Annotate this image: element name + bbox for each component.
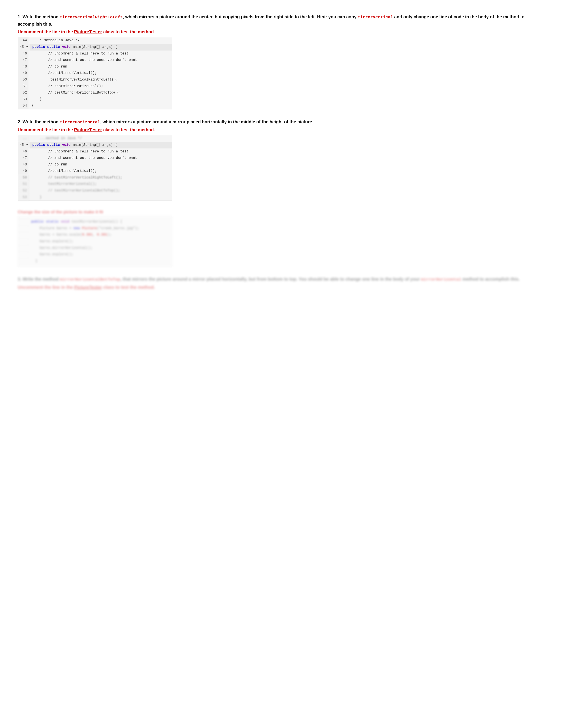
line-num-2-50: 50 xyxy=(18,174,29,181)
blurred-ln-2 xyxy=(18,225,29,226)
line-num-2-48: 48 xyxy=(18,161,29,168)
blurred-code-line-4: barns.explore(); xyxy=(18,238,172,245)
blurred-ln-3 xyxy=(18,232,29,233)
line-content-51: // testMirrorHorizontal(); xyxy=(29,83,105,90)
line-content-2-52: // testMirrorHorizontalBotToTop(); xyxy=(29,188,122,194)
code-line-2-53: 53 } xyxy=(18,194,172,201)
blurred-code-line-6: barns.explore(); xyxy=(18,251,172,258)
q2-prefix: 2. Write the method xyxy=(18,119,60,124)
line-content-49: //testMirrorVertical(); xyxy=(29,70,99,77)
q3-method-b: mirrorHorizontal xyxy=(421,277,461,282)
section-4-blurred: 3. Write the method mirrorHorizontalBotT… xyxy=(18,276,545,290)
line-num-49: 49 xyxy=(18,70,29,77)
q1-prefix: 1. Write the method xyxy=(18,14,60,19)
blurred-code-block: public static void testMirrorHorizontal(… xyxy=(18,216,172,267)
line-num-52: 52 xyxy=(18,90,29,96)
code-line-44: 44 * method in Java */ xyxy=(18,37,172,44)
code-line-2-52: 52 // testMirrorHorizontalBotToTop(); xyxy=(18,188,172,194)
line-num-2-53: 53 xyxy=(18,194,29,201)
section-2: 2. Write the method mirrorHorizontal, wh… xyxy=(18,118,545,201)
blurred-lc-1: public static void testMirrorHorizontal(… xyxy=(29,219,124,225)
line-content-2-46: // uncomment a call here to run a test xyxy=(29,148,131,155)
line-content-53: } xyxy=(29,96,44,103)
code-block-2: .. ...method in Java */ 45 ▾ public stat… xyxy=(18,135,172,201)
line-content-44: * method in Java */ xyxy=(29,37,82,44)
code-line-2-51: 51 testMirrorHorizontal(); xyxy=(18,181,172,188)
blurred-lc-6: barns.explore(); xyxy=(29,251,76,258)
blurred-lc-4: barns.explore(); xyxy=(29,238,76,245)
line-content-50: testMirrorVerticalRightToLeft(); xyxy=(29,77,120,83)
uncomment-3: Uncomment the line in the PictureTester … xyxy=(18,285,545,290)
code-line-2-49: 49 //testMirrorVertical(); xyxy=(18,168,172,174)
uncomment-2-prefix: Uncomment the line in the xyxy=(18,127,74,132)
line-num-45: 45 ▾ xyxy=(18,44,30,51)
section-3-blurred: Change the size of the picture to make i… xyxy=(18,210,172,267)
code-line-50: 50 testMirrorVerticalRightToLeft(); xyxy=(18,77,172,83)
line-num-48: 48 xyxy=(18,64,29,70)
blurred-ln-5 xyxy=(18,245,29,246)
line-num-2-top: .. xyxy=(18,135,29,142)
uncomment-3-pre: Uncomment the line in the xyxy=(18,285,74,290)
line-content-2-45: public static void main(String[] args) { xyxy=(30,142,119,148)
line-content-46: // uncomment a call here to run a test xyxy=(29,51,131,57)
code-line-2-47: 47 // and comment out the ones you don't… xyxy=(18,155,172,161)
code-block-1: 44 * method in Java */ 45 ▾ public stati… xyxy=(18,37,172,109)
q2-suffix: , which mirrors a picture around a mirro… xyxy=(100,119,313,124)
section-1: 1. Write the method mirrorVerticalRightT… xyxy=(18,13,545,109)
line-num-2-52: 52 xyxy=(18,188,29,194)
code-line-47: 47 // and comment out the ones you don't… xyxy=(18,57,172,64)
line-num-54: 54 xyxy=(18,103,29,109)
uncomment-2: Uncomment the line in the PictureTester … xyxy=(18,127,545,132)
blurred-code-line-5: barns.mirrorHorizontal(); xyxy=(18,245,172,251)
line-content-2-51: testMirrorHorizontal(); xyxy=(29,181,99,188)
line-num-2-51: 51 xyxy=(18,181,29,188)
code-line-51: 51 // testMirrorHorizontal(); xyxy=(18,83,172,90)
code-line-49: 49 //testMirrorVertical(); xyxy=(18,70,172,77)
line-content-54: } xyxy=(29,103,36,109)
picture-tester-link-1[interactable]: PictureTester xyxy=(74,29,102,34)
code-line-2-45: 45 ▾ public static void main(String[] ar… xyxy=(18,142,172,148)
blurred-code-line-7: } xyxy=(18,258,172,265)
picture-tester-link-2[interactable]: PictureTester xyxy=(74,127,102,132)
uncomment-1-prefix: Uncomment the line in the xyxy=(18,29,74,34)
blurred-ln-7 xyxy=(18,258,29,259)
blurred-ln-6 xyxy=(18,251,29,252)
code-line-53: 53 } xyxy=(18,96,172,103)
blurred-code-line-3: barns = barns.scale(0.381, 0.381); xyxy=(18,232,172,238)
uncomment-3-suf: class to test the method. xyxy=(102,285,155,290)
blurred-lc-5: barns.mirrorHorizontal(); xyxy=(29,245,95,251)
question-1-text: 1. Write the method mirrorVerticalRightT… xyxy=(18,13,545,28)
code-line-52: 52 // testMirrorHorizontalBotToTop(); xyxy=(18,90,172,96)
question-2-text: 2. Write the method mirrorHorizontal, wh… xyxy=(18,118,545,126)
code-line-2-50: 50 // testMirrorVerticalRightToLeft(); xyxy=(18,174,172,181)
line-content-48: // to run xyxy=(29,64,69,70)
q3-prefix: 3. Write the method xyxy=(18,277,60,281)
q3-text: 3. Write the method mirrorHorizontalBotT… xyxy=(18,276,545,283)
q1-method1b: mirrorVertical xyxy=(358,15,393,20)
line-num-50: 50 xyxy=(18,77,29,83)
code-line-54: 54 } xyxy=(18,103,172,109)
q1-method1: mirrorVerticalRightToLeft xyxy=(60,15,123,20)
q2-method: mirrorHorizontal xyxy=(60,120,100,125)
line-content-2-top: ...method in Java */ xyxy=(29,135,84,142)
blurred-code-line-1: public static void testMirrorHorizontal(… xyxy=(18,219,172,225)
q3-after: , that mirrors the picture around a mirr… xyxy=(120,277,421,281)
line-content-2-50: // testMirrorVerticalRightToLeft(); xyxy=(29,174,124,181)
q3-method: mirrorHorizontalBotToTop xyxy=(60,277,120,282)
blurred-lc-7: } xyxy=(29,258,40,265)
line-num-47: 47 xyxy=(18,57,29,64)
code-line-2-48: 48 // to run xyxy=(18,161,172,168)
line-num-2-45: 45 ▾ xyxy=(18,142,30,148)
line-num-51: 51 xyxy=(18,83,29,90)
picture-tester-link-3[interactable]: PictureTester xyxy=(74,285,102,290)
q1-mid: , which mirrors a picture around the cen… xyxy=(123,14,358,19)
code-line-45: 45 ▾ public static void main(String[] ar… xyxy=(18,44,172,51)
line-content-2-47: // and comment out the ones you don't wa… xyxy=(29,155,139,161)
line-num-53: 53 xyxy=(18,96,29,103)
line-num-2-46: 46 xyxy=(18,148,29,155)
line-content-2-53: } xyxy=(29,194,44,201)
line-content-47: // and comment out the ones you don't wa… xyxy=(29,57,139,64)
line-num-2-49: 49 xyxy=(18,168,29,174)
blurred-lc-3: barns = barns.scale(0.381, 0.381); xyxy=(29,232,114,238)
uncomment-2-suffix: class to test the method. xyxy=(102,127,155,132)
